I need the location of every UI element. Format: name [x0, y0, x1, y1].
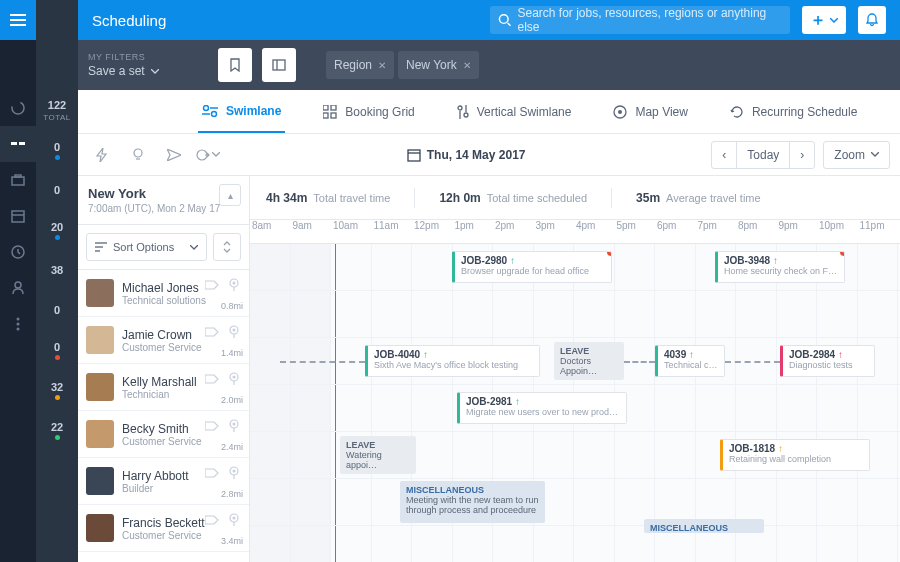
new-button[interactable]: ＋ [802, 6, 846, 34]
expand-collapse-button[interactable] [213, 233, 241, 261]
job-block[interactable]: JOB-2984 ↑Diagnostic tests [780, 345, 875, 377]
tag-icon [203, 323, 221, 341]
filters-label: MY FILTERS [88, 52, 208, 62]
notifications-button[interactable] [858, 6, 886, 34]
resource-role: Technical solutions [122, 295, 206, 306]
panel-icon [272, 58, 286, 72]
svg-point-51 [233, 423, 236, 426]
hour-label: 2pm [493, 220, 534, 243]
prev-day-button[interactable]: ‹ [711, 141, 737, 169]
view-tab-icon [613, 105, 627, 119]
travel-segment [280, 361, 365, 363]
job-block[interactable]: JOB-1818 ↑Retaining wall completion [720, 439, 870, 471]
next-day-button[interactable]: › [789, 141, 815, 169]
view-tab[interactable]: Vertical Swimlane [453, 90, 576, 133]
job-desc: Browser upgrade for head office [461, 266, 605, 276]
rail-more-icon[interactable] [0, 306, 36, 342]
rail-user-icon[interactable] [0, 270, 36, 306]
resource-row[interactable]: Becky SmithCustomer Service 2.4mi [78, 411, 249, 458]
tag-icon [203, 370, 221, 388]
count-item[interactable]: 0 [36, 290, 78, 330]
chevron-down-icon [151, 69, 159, 74]
timeline-rows[interactable]: JOB-2980 ↑Browser upgrade for head offic… [250, 244, 900, 562]
send-button[interactable] [160, 141, 188, 169]
filter-chip[interactable]: New York✕ [398, 51, 479, 79]
chip-remove-icon[interactable]: ✕ [463, 60, 471, 71]
svg-rect-1 [10, 19, 26, 21]
rail-swimlane-icon[interactable] [0, 126, 36, 162]
svg-rect-24 [331, 105, 336, 110]
svg-point-33 [134, 149, 142, 157]
filters-dropdown[interactable]: Save a set [88, 64, 208, 78]
view-tabs: SwimlaneBooking GridVertical SwimlaneMap… [78, 90, 900, 134]
current-date[interactable]: Thu, 14 May 2017 [407, 148, 526, 162]
svg-point-27 [458, 106, 462, 110]
collapse-button[interactable]: ▴ [219, 184, 241, 206]
export-icon [196, 148, 210, 162]
hour-label: 10am [331, 220, 372, 243]
count-item[interactable]: 20 [36, 210, 78, 250]
count-item[interactable]: 0 [36, 170, 78, 210]
view-tab[interactable]: Booking Grid [319, 90, 418, 133]
rail-briefcase-icon[interactable] [0, 162, 36, 198]
hour-label: 10pm [817, 220, 858, 243]
zoom-button[interactable]: Zoom [823, 141, 890, 169]
avatar [86, 514, 114, 542]
job-id: JOB-4040 ↑ [374, 349, 533, 360]
top-bar: Scheduling Search for jobs, resources, r… [78, 0, 900, 40]
count-item[interactable]: 22 [36, 410, 78, 450]
resource-row[interactable]: Francis BeckettCustomer Service 3.4mi [78, 505, 249, 552]
search-input[interactable]: Search for jobs, resources, regions or a… [490, 6, 790, 34]
job-block[interactable]: JOB-4040 ↑Sixth Ave Macy's office block … [365, 345, 540, 377]
pin-icon [225, 370, 243, 388]
rail-activity-icon[interactable] [0, 90, 36, 126]
count-item[interactable]: 0 [36, 130, 78, 170]
resource-row[interactable]: Harry AbbottBuilder 2.8mi [78, 458, 249, 505]
misc-block[interactable]: MISCELLANEOUSMeeting with the new team t… [400, 481, 545, 523]
job-block[interactable]: 4039 ↑Technical che… [655, 345, 725, 377]
sort-dropdown[interactable]: Sort Options [86, 233, 207, 261]
bookmark-button[interactable] [218, 48, 252, 82]
export-button[interactable] [196, 141, 220, 169]
job-desc: Diagnostic tests [789, 360, 868, 370]
tag-icon [203, 417, 221, 435]
tag-icon [203, 464, 221, 482]
resource-row[interactable]: Jamie CrownCustomer Service 1.4mi [78, 317, 249, 364]
resource-name: Jamie Crown [122, 328, 201, 342]
view-tab[interactable]: Map View [609, 90, 691, 133]
view-tab[interactable]: Swimlane [198, 90, 285, 133]
filter-chip[interactable]: Region✕ [326, 51, 394, 79]
chevron-down-icon [830, 18, 838, 23]
bolt-button[interactable] [88, 141, 116, 169]
count-item[interactable]: 0 [36, 330, 78, 370]
resource-distance: 1.4mi [221, 348, 243, 358]
resource-row[interactable]: Kelly MarshallTechnician 2.0mi [78, 364, 249, 411]
timeline-row[interactable] [250, 479, 900, 526]
panel-button[interactable] [262, 48, 296, 82]
count-item[interactable]: 38 [36, 250, 78, 290]
count-item[interactable]: 32 [36, 370, 78, 410]
job-block[interactable]: JOB-3948 ↑Home security check on Fif… [715, 251, 845, 283]
misc-block[interactable]: MISCELLANEOUS [644, 519, 764, 533]
view-tab[interactable]: Recurring Schedule [726, 90, 861, 133]
resource-row[interactable]: Michael JonesTechnical solutions 0.8mi [78, 270, 249, 317]
svg-rect-5 [19, 142, 25, 145]
plus-icon: ＋ [810, 10, 826, 31]
count-total[interactable]: 122 TOTAL [36, 90, 78, 130]
resource-name: Kelly Marshall [122, 375, 197, 389]
app-logo[interactable] [0, 0, 36, 40]
rail-calendar-icon[interactable] [0, 198, 36, 234]
leave-block[interactable]: LEAVEDoctors Appoin… [554, 342, 624, 380]
hour-label: 5pm [615, 220, 656, 243]
job-block[interactable]: JOB-2980 ↑Browser upgrade for head offic… [452, 251, 612, 283]
job-block[interactable]: JOB-2981 ↑Migrate new users over to new … [457, 392, 627, 424]
today-button[interactable]: Today [736, 141, 790, 169]
hour-label: 12pm [412, 220, 453, 243]
chip-remove-icon[interactable]: ✕ [378, 60, 386, 71]
leave-block[interactable]: LEAVEWatering appoi… [340, 436, 416, 474]
travel-segment [725, 361, 780, 363]
rail-history-icon[interactable] [0, 234, 36, 270]
bulb-button[interactable] [124, 141, 152, 169]
svg-point-48 [233, 376, 236, 379]
timeline-row[interactable] [250, 291, 900, 338]
